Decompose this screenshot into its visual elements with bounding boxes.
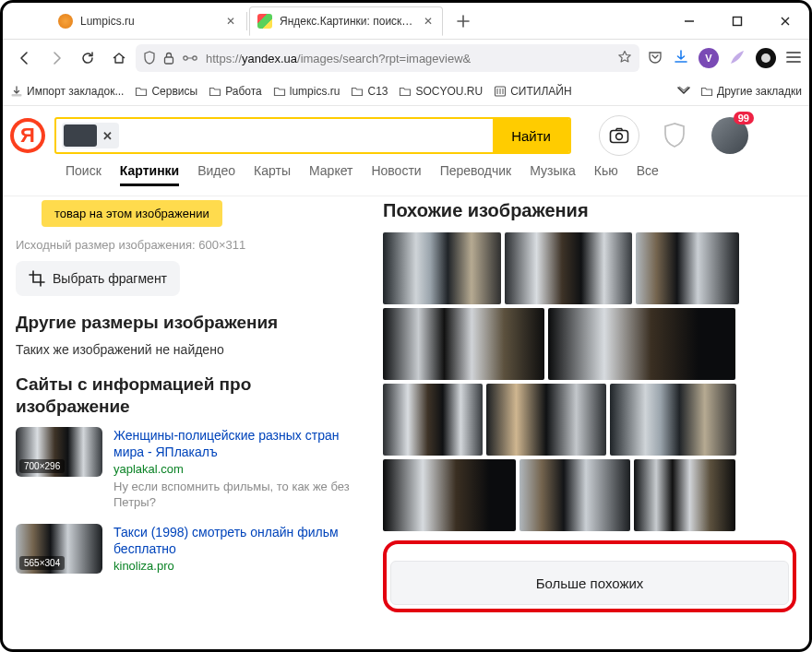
similar-image[interactable] xyxy=(634,459,735,531)
more-similar-highlight: Больше похожих xyxy=(383,540,796,612)
service-tab[interactable]: Музыка xyxy=(530,163,576,186)
bookmarks-bar: Импорт закладок... Сервисы Работа lumpic… xyxy=(3,77,809,106)
bookmark-folder[interactable]: Работа xyxy=(209,85,262,98)
yandex-searchbox: ✕ Найти xyxy=(54,117,571,154)
crop-icon xyxy=(29,270,45,287)
service-tab[interactable]: Поиск xyxy=(66,163,102,186)
url-host: yandex.ua xyxy=(242,52,297,65)
similar-image[interactable] xyxy=(486,384,606,456)
user-avatar[interactable]: 99 xyxy=(711,117,748,154)
other-sizes-text: Таких же изображений не найдено xyxy=(16,342,366,357)
sites-heading: Сайты с информацией про изображение xyxy=(16,373,366,418)
bookmarks-overflow-icon[interactable] xyxy=(676,85,691,98)
bookmark-star-icon[interactable] xyxy=(617,50,632,67)
window-maximize-button[interactable] xyxy=(724,8,750,34)
download-icon[interactable] xyxy=(673,49,689,68)
search-input[interactable] xyxy=(119,119,493,152)
site-title[interactable]: Женщины-полицейские разных стран мира - … xyxy=(113,427,366,460)
window-close-button[interactable] xyxy=(772,8,798,34)
nav-forward-button[interactable] xyxy=(42,43,71,73)
service-tab[interactable]: Переводчик xyxy=(440,163,512,186)
bookmark-folder[interactable]: lumpics.ru xyxy=(273,85,340,98)
similar-image[interactable] xyxy=(383,308,544,380)
service-tab[interactable]: Карты xyxy=(254,163,291,186)
bookmark-folder[interactable]: SOCYOU.RU xyxy=(399,85,483,98)
site-desc: Ну если вспомнить фильмы, то как же без … xyxy=(113,479,366,511)
shield-icon xyxy=(143,51,156,65)
ext-v-icon[interactable]: V xyxy=(699,48,719,68)
search-image-chip[interactable]: ✕ xyxy=(56,119,119,152)
close-icon[interactable]: ✕ xyxy=(224,15,237,28)
search-by-image-icon[interactable] xyxy=(599,115,639,156)
similar-image[interactable] xyxy=(636,232,739,304)
browser-tab-active[interactable]: Яндекс.Картинки: поиск по из ✕ xyxy=(249,6,443,36)
similar-grid xyxy=(383,232,796,531)
similar-image[interactable] xyxy=(519,459,630,531)
service-tab[interactable]: Видео xyxy=(197,163,235,186)
site-result[interactable]: 565×304 Такси (1998) смотреть онлайн фил… xyxy=(16,524,366,574)
close-icon[interactable]: ✕ xyxy=(422,15,435,28)
site-result[interactable]: 700×296 Женщины-полицейские разных стран… xyxy=(16,427,366,511)
yandex-header: Я ✕ Найти 99 xyxy=(3,106,809,160)
service-tab-active[interactable]: Картинки xyxy=(120,163,179,186)
similar-heading: Похожие изображения xyxy=(383,200,796,221)
nav-back-button[interactable] xyxy=(10,43,40,73)
notif-badge: 99 xyxy=(734,112,754,124)
tab-label: Яндекс.Картинки: поиск по из xyxy=(280,15,414,28)
window-minimize-button[interactable] xyxy=(676,8,702,34)
bookmark-item[interactable]: СИТИЛАЙН xyxy=(494,85,571,98)
svg-rect-0 xyxy=(734,17,742,25)
svg-point-3 xyxy=(193,56,197,60)
chip-remove-icon[interactable]: ✕ xyxy=(97,125,117,146)
url-protocol: https:// xyxy=(206,52,242,65)
svg-point-2 xyxy=(184,56,187,60)
new-tab-button[interactable] xyxy=(450,8,476,34)
thumb-size-label: 565×304 xyxy=(19,556,65,570)
yandex-logo[interactable]: Я xyxy=(10,118,45,153)
site-title[interactable]: Такси (1998) смотреть онлайн фильм беспл… xyxy=(113,524,366,557)
service-tab[interactable]: Все xyxy=(637,163,659,186)
search-thumb-image xyxy=(64,124,97,147)
similar-image[interactable] xyxy=(383,459,516,531)
yandex-services-tabs: Поиск Картинки Видео Карты Маркет Новост… xyxy=(3,160,809,196)
lock-icon xyxy=(163,52,174,65)
product-chip[interactable]: товар на этом изображении xyxy=(42,200,222,227)
similar-image[interactable] xyxy=(383,232,501,304)
ext-dark-icon[interactable] xyxy=(756,48,776,68)
crop-button[interactable]: Выбрать фрагмент xyxy=(16,261,180,296)
bookmark-folder[interactable]: Сервисы xyxy=(135,85,197,98)
service-tab[interactable]: Новости xyxy=(371,163,421,186)
feather-icon[interactable] xyxy=(728,48,746,69)
nav-reload-button[interactable] xyxy=(73,43,102,73)
similar-image[interactable] xyxy=(383,384,483,456)
hamburger-icon[interactable] xyxy=(785,49,802,68)
browser-urlbar: https://yandex.ua/images/search?rpt=imag… xyxy=(3,40,809,77)
svg-rect-6 xyxy=(611,131,628,143)
tab-label: Lumpics.ru xyxy=(80,15,217,28)
shield-outline-icon[interactable] xyxy=(658,119,691,152)
similar-image[interactable] xyxy=(548,308,735,380)
other-sizes-heading: Другие размеры изображения xyxy=(16,313,366,333)
site-domain: yaplakal.com xyxy=(113,462,366,476)
svg-rect-1 xyxy=(165,57,173,64)
tab-favicon xyxy=(58,14,73,29)
service-tab[interactable]: Маркет xyxy=(309,163,352,186)
more-similar-button[interactable]: Больше похожих xyxy=(390,561,789,605)
browser-tab[interactable]: Lumpics.ru ✕ xyxy=(51,6,245,36)
browser-titlebar: Lumpics.ru ✕ Яндекс.Картинки: поиск по и… xyxy=(3,3,809,40)
search-button[interactable]: Найти xyxy=(493,119,569,152)
bookmarks-other-folder[interactable]: Другие закладки xyxy=(700,85,802,98)
site-thumb: 700×296 xyxy=(16,427,102,477)
bookmarks-import[interactable]: Импорт закладок... xyxy=(10,85,124,98)
address-bar[interactable]: https://yandex.ua/images/search?rpt=imag… xyxy=(136,44,639,72)
thumb-size-label: 700×296 xyxy=(19,459,65,473)
similar-image[interactable] xyxy=(505,232,632,304)
original-size-text: Исходный размер изображения: 600×311 xyxy=(16,234,366,255)
pocket-icon[interactable] xyxy=(647,49,663,68)
nav-home-button[interactable] xyxy=(104,43,134,73)
tab-favicon xyxy=(257,14,272,29)
bookmark-folder[interactable]: C13 xyxy=(351,85,388,98)
url-path: /images/search?rpt=imageview& xyxy=(297,52,471,65)
service-tab[interactable]: Кью xyxy=(594,163,618,186)
similar-image[interactable] xyxy=(610,384,736,456)
